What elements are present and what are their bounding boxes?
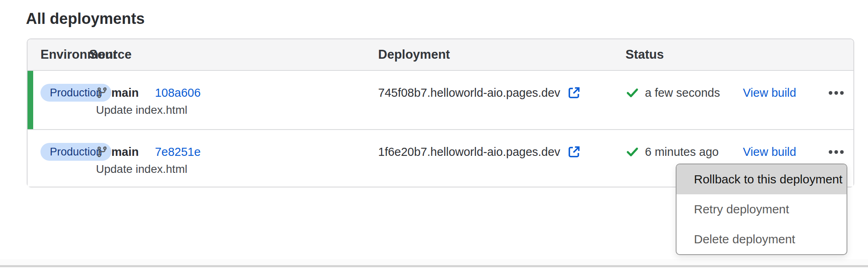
ellipsis-icon — [834, 150, 838, 154]
check-icon — [625, 145, 639, 159]
column-header-deployment: Deployment — [377, 47, 625, 62]
table-header-row: Environment Source Deployment Status — [28, 39, 853, 71]
row-actions-button[interactable] — [828, 148, 845, 156]
view-build-cell: View build — [729, 71, 810, 129]
page-bottom-divider — [0, 265, 868, 267]
external-link-icon[interactable] — [567, 85, 581, 100]
page-bottom-band — [0, 259, 868, 265]
row-actions-menu: Rollback to this deployment Retry deploy… — [676, 164, 847, 255]
deployments-page: All deployments Environment Source Deplo… — [0, 0, 868, 268]
deployment-url: 745f08b7.helloworld-aio.pages.dev — [378, 86, 560, 100]
status-time: a few seconds — [645, 86, 720, 100]
check-icon — [625, 86, 639, 100]
environment-cell: Production — [28, 71, 89, 129]
external-link-icon[interactable] — [567, 145, 581, 159]
ellipsis-icon — [840, 91, 844, 95]
page-title: All deployments — [26, 11, 145, 27]
deployment-url: 1f6e20b7.helloworld-aio.pages.dev — [378, 145, 560, 159]
row-actions-button[interactable] — [828, 89, 845, 97]
column-header-source: Source — [89, 47, 377, 62]
source-cell: main 7e8251e Update index.html — [89, 130, 377, 187]
column-header-environment: Environment — [28, 47, 89, 62]
ellipsis-icon — [829, 150, 832, 154]
commit-message: Update index.html — [96, 104, 377, 116]
branch-name: main — [111, 145, 139, 159]
git-branch-icon — [96, 87, 108, 99]
view-build-link[interactable]: View build — [743, 145, 796, 159]
commit-link[interactable]: 7e8251e — [155, 145, 201, 159]
menu-item-retry[interactable]: Retry deployment — [677, 194, 847, 224]
source-cell: main 108a606 Update index.html — [89, 71, 377, 129]
environment-cell: Production — [28, 130, 89, 187]
ellipsis-icon — [840, 150, 844, 154]
view-build-link[interactable]: View build — [743, 86, 796, 100]
status-cell: a few seconds — [625, 71, 729, 129]
menu-item-delete[interactable]: Delete deployment — [677, 224, 847, 254]
commit-message: Update index.html — [96, 163, 377, 175]
ellipsis-icon — [829, 91, 832, 95]
column-header-status: Status — [625, 47, 729, 62]
menu-item-rollback[interactable]: Rollback to this deployment — [677, 164, 847, 194]
commit-link[interactable]: 108a606 — [155, 86, 201, 100]
deployment-cell: 1f6e20b7.helloworld-aio.pages.dev — [377, 130, 625, 187]
ellipsis-icon — [834, 91, 838, 95]
git-branch-icon — [96, 146, 108, 158]
deployment-cell: 745f08b7.helloworld-aio.pages.dev — [377, 71, 625, 129]
deployment-row-1: Production main 108a606 Update index.htm… — [28, 71, 853, 130]
status-time: 6 minutes ago — [645, 145, 719, 159]
branch-name: main — [111, 86, 139, 100]
actions-cell — [810, 71, 853, 129]
